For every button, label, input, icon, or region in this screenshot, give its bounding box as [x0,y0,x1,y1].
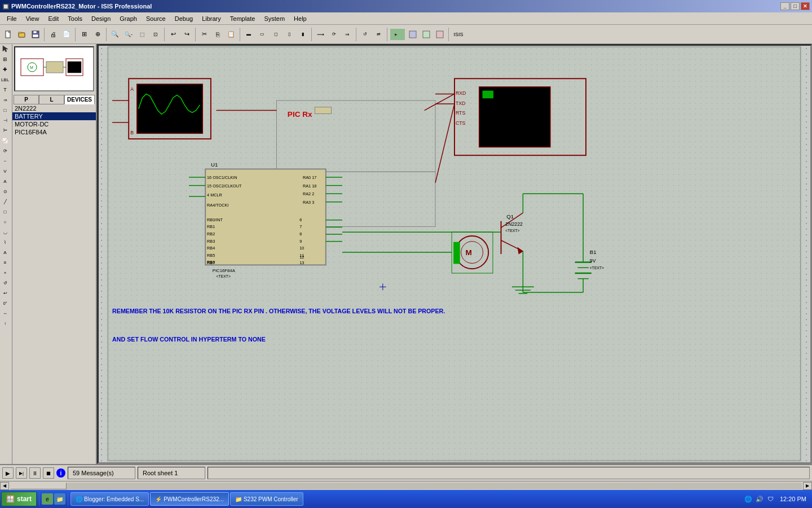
graph-tool[interactable]: 📈 [0,135,10,146]
bus-button[interactable]: ⇒ [341,28,354,41]
rotate-button[interactable]: ↺ [359,28,371,41]
tab-devices[interactable]: DEVICES [64,95,95,104]
stop-button[interactable]: ⏹ [43,467,54,479]
menu-system[interactable]: System [259,14,289,23]
tape-tool[interactable]: ⟳ [0,146,10,156]
extra1-button[interactable]: ISIS [451,28,466,41]
scrollbar-track[interactable] [10,483,802,489]
sim4-button[interactable] [434,28,446,41]
device-pic16f84a[interactable]: PIC16F84A [12,128,96,136]
paste-button[interactable]: 📋 [225,28,237,41]
zoom-fit-button[interactable]: ⊡ [149,28,162,41]
menu-graph[interactable]: Graph [115,14,142,23]
device-motor-dc[interactable]: MOTOR-DC [12,120,96,128]
text2-tool[interactable]: A [0,247,10,257]
maximize-button[interactable]: □ [791,2,800,10]
zoom-area-button[interactable]: ⬚ [136,28,148,41]
rotate2-tool[interactable]: ↺ [0,278,10,288]
tab-p[interactable]: P [14,95,39,104]
pin-tool[interactable]: ⊢ [0,125,10,135]
pause-button[interactable]: ⏸ [29,467,41,479]
arc-tool[interactable]: ◡ [0,227,10,237]
angle-tool[interactable]: 0° [0,298,10,308]
scrollbar-thumb[interactable] [10,483,67,489]
close-button[interactable]: ✕ [801,2,810,10]
volt-tool[interactable]: V [0,166,10,176]
copy-button[interactable]: ⎘ [211,28,224,41]
print-button[interactable]: 🖨 [47,28,59,41]
device-2n2222[interactable]: 2N2222 [12,104,96,112]
block3-button[interactable]: ◻ [270,28,282,41]
play-button[interactable]: ▶ [2,467,14,479]
scroll-right-button[interactable]: ▶ [803,482,812,490]
ql-explorer[interactable]: 📁 [54,493,65,505]
sym-tool[interactable]: ≡ [0,257,10,268]
print-preview-button[interactable]: 📄 [60,28,73,41]
mirror-button[interactable]: ⇌ [372,28,385,41]
probe-tool[interactable]: ⊙ [0,186,10,196]
terminal-tool[interactable]: ⊣ [0,115,10,125]
scroll-left-button[interactable]: ◀ [0,482,9,490]
schematic-canvas[interactable]: A B RXD TXD RTS CTS PIC Rx [97,44,812,464]
up-tool[interactable]: ↑ [0,318,10,329]
open-button[interactable] [16,28,28,41]
circle-tool[interactable]: ○ [0,217,10,227]
menu-template[interactable]: Template [226,14,260,23]
device-battery[interactable]: BATTERY [12,112,96,120]
gen-tool[interactable]: ~ [0,156,10,166]
minimize-button[interactable]: _ [780,2,789,10]
menu-tools[interactable]: Tools [63,14,87,23]
zoom-in-button[interactable]: 🔍 [109,28,121,41]
block4-button[interactable]: ▯ [283,28,295,41]
svg-text:4  MCLR: 4 MCLR [207,192,222,198]
label-button[interactable]: ⟳ [328,28,340,41]
panel-tabs[interactable]: P L DEVICES [14,95,95,104]
menu-view[interactable]: View [21,14,44,23]
menu-file[interactable]: File [2,14,21,23]
block1-button[interactable]: ▬ [242,28,255,41]
ql-ie[interactable]: e [42,493,53,505]
undo2-tool[interactable]: ↩ [0,288,10,298]
menu-source[interactable]: Source [142,14,170,23]
taskbar-blogger[interactable]: 🌐 Blogger: Embedded S... [70,492,149,506]
redo-button[interactable]: ↪ [180,28,193,41]
box-tool[interactable]: □ [0,207,10,217]
step-forward-button[interactable]: ▶| [16,467,27,479]
tab-l[interactable]: L [39,95,64,104]
component-tool[interactable]: ⊞ [0,54,10,64]
cut-button[interactable]: ✂ [198,28,210,41]
select-tool[interactable] [0,44,10,54]
start-button[interactable]: 🪟 start [1,492,37,506]
curr-tool[interactable]: A [0,176,10,186]
path-tool[interactable]: ⌇ [0,237,10,247]
menu-design[interactable]: Design [87,14,115,23]
taskbar-s232[interactable]: 📁 S232 PWM Controller [230,492,303,506]
label-tool[interactable]: LBL [0,75,10,85]
zoom-tool[interactable]: + [0,268,10,278]
sub-tool[interactable]: □ [0,105,10,115]
sim2-button[interactable] [407,28,419,41]
menu-help[interactable]: Help [289,14,311,23]
line-tool[interactable]: ╱ [0,196,10,207]
titlebar-controls[interactable]: _ □ ✕ [780,2,810,10]
wire-button[interactable]: ⟿ [314,28,326,41]
block5-button[interactable]: ▮ [297,28,309,41]
grid-button[interactable]: ⊞ [78,28,90,41]
junction-tool[interactable]: ✚ [0,64,10,75]
text-tool[interactable]: T [0,85,10,95]
undo-button[interactable]: ↩ [167,28,179,41]
menu-debug[interactable]: Debug [170,14,197,23]
save-button[interactable] [29,28,42,41]
menu-library[interactable]: Library [197,14,226,23]
bus-tool[interactable]: ⇒ [0,95,10,105]
sim1-button[interactable]: ▶ [390,28,405,41]
taskbar-pwm[interactable]: ⚡ PWMControllerRS232... [150,492,229,506]
horizontal-scrollbar[interactable]: ◀ ▶ [0,481,812,490]
new-button[interactable] [2,28,15,41]
block2-button[interactable]: ▭ [256,28,268,41]
flip-tool[interactable]: ↔ [0,308,10,318]
snap-button[interactable]: ⊕ [91,28,104,41]
menu-edit[interactable]: Edit [43,14,63,23]
sim3-button[interactable] [420,28,433,41]
zoom-out-button[interactable]: 🔍- [122,28,135,41]
